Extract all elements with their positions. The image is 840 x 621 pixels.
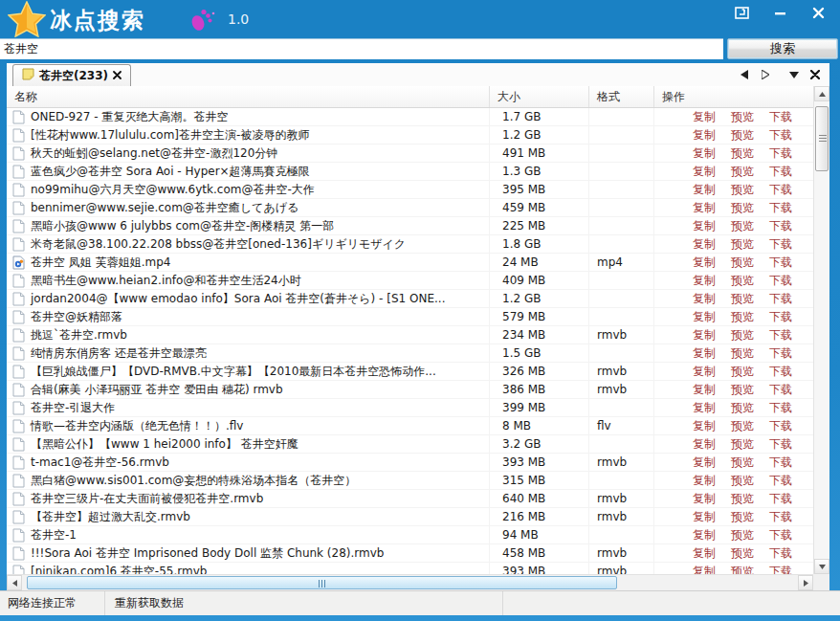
- download-link[interactable]: 下载: [769, 363, 792, 380]
- preview-link[interactable]: 预览: [731, 254, 754, 271]
- table-row[interactable]: [ninikan.com]6 苍井空-55.rmvb393 MBrmvb复制预览…: [7, 563, 813, 574]
- download-link[interactable]: 下载: [769, 490, 792, 507]
- tab-search-result[interactable]: 苍井空(233): [12, 64, 131, 86]
- preview-link[interactable]: 预览: [731, 508, 754, 525]
- table-row[interactable]: 秋天的蚯蚓@selang.net@苍井空-激烈120分钟491 MB复制预览下载: [7, 144, 813, 163]
- horizontal-scrollbar[interactable]: [7, 574, 813, 590]
- scroll-down-icon[interactable]: [814, 559, 829, 574]
- copy-link[interactable]: 复制: [693, 217, 716, 234]
- download-link[interactable]: 下载: [769, 290, 792, 307]
- download-link[interactable]: 下载: [769, 454, 792, 471]
- copy-link[interactable]: 复制: [693, 363, 716, 380]
- minimize-icon[interactable]: [771, 5, 788, 20]
- copy-link[interactable]: 复制: [693, 144, 716, 162]
- preview-link[interactable]: 预览: [731, 181, 754, 198]
- table-row[interactable]: 苍井空 凤姐 芙蓉姐姐.mp424 MBmp4复制预览下载: [7, 254, 813, 272]
- preview-link[interactable]: 预览: [731, 126, 754, 144]
- preview-link[interactable]: 预览: [731, 399, 754, 416]
- table-row[interactable]: 【黑暗公仆】【www 1 hei2000 info】 苍井空奸魔3.2 GB复制…: [7, 435, 813, 454]
- preview-link[interactable]: 预览: [731, 217, 754, 234]
- copy-link[interactable]: 复制: [693, 508, 716, 525]
- download-link[interactable]: 下载: [769, 254, 792, 271]
- download-link[interactable]: 下载: [769, 181, 792, 198]
- column-header-format[interactable]: 格式: [589, 86, 654, 107]
- tab-scroll-left-icon[interactable]: [738, 67, 751, 82]
- preview-link[interactable]: 预览: [731, 290, 754, 307]
- copy-link[interactable]: 复制: [693, 526, 716, 543]
- copy-link[interactable]: 复制: [693, 181, 716, 198]
- copy-link[interactable]: 复制: [693, 290, 716, 307]
- table-row[interactable]: 挑逗`苍井空.rmvb234 MBrmvb复制预览下载: [7, 326, 813, 344]
- table-row[interactable]: 情歌—苍井空内涵版（绝无色情！！）.flv8 MBflv复制预览下载: [7, 417, 813, 435]
- preview-link[interactable]: 预览: [731, 144, 754, 162]
- copy-link[interactable]: 复制: [693, 490, 716, 507]
- download-link[interactable]: 下载: [769, 472, 792, 489]
- copy-link[interactable]: 复制: [693, 472, 716, 489]
- copy-link[interactable]: 复制: [693, 544, 716, 562]
- table-row[interactable]: 蓝色疯少@苍井空 Sora Aoi - Hyper×超薄馬賽克極限1.3 GB复…: [7, 163, 813, 181]
- table-row[interactable]: 【苍井空】超过激大乱交.rmvb216 MBrmvb复制预览下载: [7, 508, 813, 526]
- horizontal-scroll-thumb[interactable]: [27, 576, 617, 589]
- table-row[interactable]: 苍井空三级片-在丈夫面前被侵犯苍井空.rmvb640 MBrmvb复制预览下载: [7, 490, 813, 508]
- table-row[interactable]: 黑暗书生@www.heian2.info@和苍井空生活24小时409 MB复制预…: [7, 272, 813, 290]
- vertical-scroll-thumb[interactable]: [815, 106, 829, 171]
- preview-link[interactable]: 预览: [731, 454, 754, 471]
- table-row[interactable]: 苍井空-引退大作399 MB复制预览下载: [7, 399, 813, 417]
- download-link[interactable]: 下载: [769, 326, 792, 344]
- download-link[interactable]: 下载: [769, 381, 792, 398]
- tab-close-all-icon[interactable]: [808, 67, 822, 82]
- table-row[interactable]: !!!Sora Aoi 苍井空 Imprisoned Body Doll 监禁 …: [7, 544, 813, 563]
- table-row[interactable]: 合辑(麻美 小泽玛丽亚 苍井空 爱田由 穗花) rmvb386 MBrmvb复制…: [7, 381, 813, 399]
- copy-link[interactable]: 复制: [693, 308, 716, 325]
- download-link[interactable]: 下载: [769, 163, 792, 180]
- scroll-left-icon[interactable]: [7, 575, 22, 590]
- close-icon[interactable]: [809, 5, 827, 20]
- table-row[interactable]: 黑暗小孩@www 6 julybbs com@苍井空-阁楼精灵 第一部225 M…: [7, 217, 813, 235]
- table-row[interactable]: 黑白猪@www.sis001.com@妄想的特殊浴场本指名（苍井空）315 MB…: [7, 472, 813, 490]
- table-row[interactable]: 纯情房东俏房客 还是苍井空最漂亮1.5 GB复制预览下载: [7, 344, 813, 363]
- table-row[interactable]: bennimer@www.sejie.com@苍井空癒してあげる459 MB复制…: [7, 199, 813, 217]
- copy-link[interactable]: 复制: [693, 417, 716, 434]
- download-link[interactable]: 下载: [769, 108, 792, 125]
- vertical-scrollbar[interactable]: [813, 86, 829, 574]
- preview-link[interactable]: 预览: [731, 272, 754, 289]
- tab-scroll-right-icon[interactable]: [759, 67, 772, 82]
- download-link[interactable]: 下载: [769, 435, 792, 453]
- preview-link[interactable]: 预览: [731, 363, 754, 380]
- copy-link[interactable]: 复制: [693, 199, 716, 216]
- table-row[interactable]: 苍井空@妖精部落579 MB复制预览下载: [7, 308, 813, 326]
- copy-link[interactable]: 复制: [693, 381, 716, 398]
- preview-link[interactable]: 预览: [731, 235, 754, 253]
- preview-link[interactable]: 预览: [731, 199, 754, 216]
- preview-link[interactable]: 预览: [731, 544, 754, 562]
- download-link[interactable]: 下载: [769, 217, 792, 234]
- search-button[interactable]: 搜索: [727, 38, 838, 59]
- download-link[interactable]: 下载: [769, 508, 792, 525]
- copy-link[interactable]: 复制: [693, 126, 716, 144]
- tab-close-icon[interactable]: [113, 69, 122, 82]
- download-link[interactable]: 下载: [769, 126, 792, 144]
- preview-link[interactable]: 预览: [731, 108, 754, 125]
- download-link[interactable]: 下载: [769, 563, 792, 574]
- preview-link[interactable]: 预览: [731, 435, 754, 453]
- preview-link[interactable]: 预览: [731, 526, 754, 543]
- refresh-data-item[interactable]: 重新获取数据: [105, 591, 503, 615]
- download-link[interactable]: 下载: [769, 272, 792, 289]
- table-row[interactable]: 【巨乳娘战僵尸】【DVD-RMVB.中文字幕】【2010最新日本苍井空恐怖动作.…: [7, 363, 813, 381]
- download-link[interactable]: 下载: [769, 399, 792, 416]
- copy-link[interactable]: 复制: [693, 454, 716, 471]
- table-row[interactable]: 米奇老鼠@38.100.22.208 bbss@苍井空[oned-136]ギリギ…: [7, 235, 813, 254]
- copy-link[interactable]: 复制: [693, 254, 716, 271]
- column-header-actions[interactable]: 操作: [654, 86, 813, 107]
- preview-link[interactable]: 预览: [731, 490, 754, 507]
- preview-link[interactable]: 预览: [731, 472, 754, 489]
- copy-link[interactable]: 复制: [693, 399, 716, 416]
- preview-link[interactable]: 预览: [731, 381, 754, 398]
- copy-link[interactable]: 复制: [693, 435, 716, 453]
- preview-link[interactable]: 预览: [731, 326, 754, 344]
- preview-link[interactable]: 预览: [731, 163, 754, 180]
- table-row[interactable]: ONED-927 - 重复灭绝大高潮。苍井空1.7 GB复制预览下载: [7, 108, 813, 126]
- copy-link[interactable]: 复制: [693, 235, 716, 253]
- preview-link[interactable]: 预览: [731, 308, 754, 325]
- download-link[interactable]: 下载: [769, 199, 792, 216]
